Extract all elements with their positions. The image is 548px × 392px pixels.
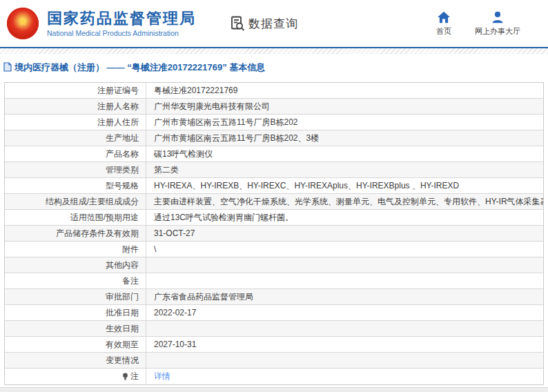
field-label: 管理类别 <box>106 164 139 176</box>
agency-name-cn: 国家药品监督管理局 <box>47 10 196 27</box>
nav-item-home[interactable]: 首页 <box>436 11 451 37</box>
field-label: 审批部门 <box>106 291 139 303</box>
field-value-cell: 广州市黄埔区南云五路11号厂房B栋202、3楼 <box>146 130 543 146</box>
table-row: 注 详情 <box>5 369 543 384</box>
field-label: 批准日期 <box>106 307 139 319</box>
bulb-icon <box>122 373 128 381</box>
field-label: 注册证编号 <box>97 85 139 97</box>
nav-label-service-hall: 网上办事大厅 <box>475 26 520 37</box>
table-row: 生效日期 <box>5 321 543 337</box>
field-value: 粤械注准20172221769 <box>154 85 237 97</box>
field-value-cell: 粤械注准20172221769 <box>146 83 543 98</box>
field-value: \ <box>154 244 156 254</box>
user-icon <box>491 11 505 23</box>
field-value: 广东省食品药品监督管理局 <box>154 291 253 303</box>
field-value-cell: \ <box>146 242 543 257</box>
field-value: 碳13呼气检测仪 <box>154 148 213 160</box>
field-value: 通过13C呼气试验检测胃幽门螺杆菌。 <box>154 212 293 224</box>
field-value-cell: 通过13C呼气试验检测胃幽门螺杆菌。 <box>146 210 543 225</box>
field-label-cell: 结构及组成/主要组成成分 <box>5 194 146 209</box>
field-value: 2022-02-17 <box>154 308 196 317</box>
field-value-cell: 2027-10-31 <box>146 337 543 352</box>
page-title: 境内医疗器械（注册） —— “粤械注准20172221769” 基本信息 <box>14 61 265 74</box>
field-value-cell: 第二类 <box>146 162 543 177</box>
data-query-section[interactable]: 数据查询 <box>229 15 298 32</box>
field-value-cell: 广州市黄埔区南云五路11号厂房B栋202 <box>146 115 543 130</box>
field-value-cell: 2022-02-17 <box>146 305 543 320</box>
table-row: 其他内容 <box>5 257 543 273</box>
field-label-cell: 备注 <box>5 273 146 288</box>
field-value-cell <box>146 353 543 368</box>
field-value-cell <box>146 321 543 336</box>
field-value-cell <box>146 273 543 288</box>
field-label: 有效期至 <box>106 339 139 351</box>
field-value-cell: 广州华友明康光电科技有限公司 <box>146 99 543 114</box>
footer-strip <box>0 387 548 392</box>
field-value: 2027-10-31 <box>154 340 196 349</box>
field-label-cell: 批准日期 <box>5 305 146 320</box>
field-label-cell: 产品名称 <box>5 146 146 161</box>
field-label-cell: 管理类别 <box>5 162 146 177</box>
field-label: 结构及组成/主要组成成分 <box>46 196 139 208</box>
table-row: 适用范围/预期用途 通过13C呼气试验检测胃幽门螺杆菌。 <box>5 210 543 226</box>
agency-name-en: National Medical Products Administration <box>47 29 196 37</box>
field-value-cell: 广东省食品药品监督管理局 <box>146 289 543 304</box>
field-label-cell: 变更情况 <box>5 353 146 368</box>
page: ★ 国家药品监督管理局 National Medical Products Ad… <box>0 0 548 392</box>
nav-item-service-hall[interactable]: 网上办事大厅 <box>475 11 520 37</box>
field-value: HY-IREXA、HY-IREXB、HY-IREXC、HY-IREXAplus、… <box>154 180 459 192</box>
field-label: 生效日期 <box>106 323 139 335</box>
field-label-cell: 注册人住所 <box>5 115 146 130</box>
table-row: 注册证编号 粤械注准20172221769 <box>5 83 543 99</box>
table-row: 结构及组成/主要组成成分 主要由进样装置、空气净化干燥系统、光学系统、测量单元、… <box>5 194 543 210</box>
data-query-icon <box>229 15 246 32</box>
field-label: 注册人住所 <box>97 117 139 128</box>
breadcrumb: 境内医疗器械（注册） —— “粤械注准20172221769” 基本信息 <box>0 54 548 80</box>
field-value-cell: 详情 <box>146 369 543 384</box>
field-value: 主要由进样装置、空气净化干燥系统、光学系统、测量单元、电气及控制单元、专用软件、… <box>154 196 543 208</box>
star-icon: ★ <box>17 16 28 28</box>
field-value: 第二类 <box>154 164 179 176</box>
field-value: 广州市黄埔区南云五路11号厂房B栋202、3楼 <box>154 133 319 144</box>
table-row: 管理类别 第二类 <box>5 162 543 178</box>
field-label-cell: 生效日期 <box>5 321 146 336</box>
field-value-cell <box>146 257 543 273</box>
hatch-band <box>0 48 548 54</box>
field-value-cell: 主要由进样装置、空气净化干燥系统、光学系统、测量单元、电气及控制单元、专用软件、… <box>146 194 543 209</box>
agency-title-block: 国家药品监督管理局 National Medical Products Admi… <box>47 10 196 37</box>
field-label: 产品储存条件及有效期 <box>56 228 139 239</box>
field-label-cell: 注册人名称 <box>5 99 146 114</box>
table-row: 型号规格 HY-IREXA、HY-IREXB、HY-IREXC、HY-IREXA… <box>5 178 543 194</box>
details-link[interactable]: 详情 <box>154 371 170 382</box>
table-row: 注册人住所 广州市黄埔区南云五路11号厂房B栋202 <box>5 115 543 130</box>
field-label: 注册人名称 <box>97 101 139 112</box>
table-row: 变更情况 <box>5 353 543 369</box>
field-value-cell: 31-OCT-27 <box>146 226 543 241</box>
table-row: 注册人名称 广州华友明康光电科技有限公司 <box>5 99 543 115</box>
table-row: 产品储存条件及有效期 31-OCT-27 <box>5 226 543 242</box>
field-label-cell: 其他内容 <box>5 257 146 273</box>
field-value: 广州华友明康光电科技有限公司 <box>154 101 270 112</box>
field-label: 附件 <box>122 244 139 255</box>
field-value: 广州市黄埔区南云五路11号厂房B栋202 <box>154 117 297 128</box>
field-value: 31-OCT-27 <box>154 228 195 238</box>
field-label-cell: 注 <box>5 369 146 384</box>
table-row: 审批部门 广东省食品药品监督管理局 <box>5 289 543 305</box>
field-label: 备注 <box>122 275 139 287</box>
field-value-cell: HY-IREXA、HY-IREXB、HY-IREXC、HY-IREXAplus、… <box>146 178 543 193</box>
table-row: 备注 <box>5 273 543 289</box>
table-row: 生产地址 广州市黄埔区南云五路11号厂房B栋202、3楼 <box>5 130 543 146</box>
table-row: 附件 \ <box>5 242 543 257</box>
field-label: 其他内容 <box>106 259 139 271</box>
home-icon <box>437 11 451 23</box>
registration-info-table: 注册证编号 粤械注准20172221769 注册人名称 广州华友明 <box>4 82 544 385</box>
field-label-cell: 型号规格 <box>5 178 146 193</box>
nav-label-home: 首页 <box>436 26 451 37</box>
field-label-cell: 注册证编号 <box>5 83 146 98</box>
field-label-cell: 审批部门 <box>5 289 146 304</box>
field-label-cell: 适用范围/预期用途 <box>5 210 146 225</box>
field-label: 变更情况 <box>106 355 139 366</box>
field-label: 注 <box>130 371 139 382</box>
field-label: 型号规格 <box>106 180 139 192</box>
document-icon <box>3 62 12 74</box>
